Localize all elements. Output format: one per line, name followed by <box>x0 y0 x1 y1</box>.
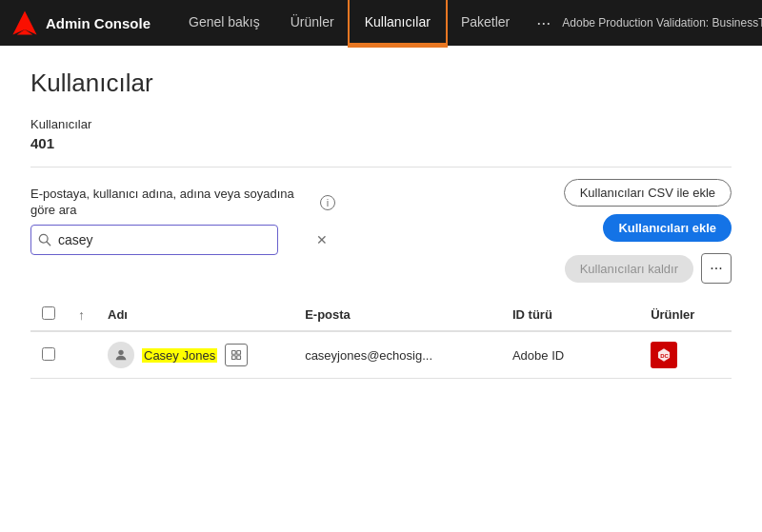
edit-user-icon[interactable] <box>225 344 248 366</box>
row-checkbox[interactable] <box>42 347 55 361</box>
row-sort-cell <box>67 331 96 379</box>
clear-icon[interactable]: ✕ <box>316 232 328 247</box>
svg-rect-9 <box>237 356 241 360</box>
svg-point-5 <box>118 350 123 355</box>
user-count-value: 401 <box>30 135 732 151</box>
user-name-highlight[interactable]: Casey Jones <box>142 348 217 363</box>
page-title: Kullanıcılar <box>30 69 732 98</box>
sort-icon: ↑ <box>78 307 85 323</box>
product-icon-acrobat[interactable]: DC <box>651 342 677 368</box>
divider <box>30 167 732 167</box>
more-actions-button[interactable]: ··· <box>701 253 732 284</box>
search-input-wrapper: ✕ <box>30 225 335 255</box>
row-id-type-cell: Adobe ID <box>501 331 639 379</box>
bottom-buttons: Kullanıcıları kaldır ··· <box>565 253 732 284</box>
action-bar: E-postaya, kullanıcı adına, adına veya s… <box>30 187 732 284</box>
table-header: ↑ Adı E-posta ID türü Ürünler <box>30 299 732 331</box>
sort-cell[interactable]: ↑ <box>67 299 96 331</box>
nav-brand: Admin Console <box>46 15 150 31</box>
remove-users-button: Kullanıcıları kaldır <box>565 255 693 283</box>
search-label: E-postaya, kullanıcı adına, adına veya s… <box>30 187 314 219</box>
select-all-checkbox[interactable] <box>42 306 55 320</box>
add-users-button[interactable]: Kullanıcıları ekle <box>603 214 732 242</box>
select-all-cell <box>30 299 67 331</box>
nav-item-products[interactable]: Ürünler <box>275 0 350 46</box>
nav-item-packages[interactable]: Paketler <box>446 0 525 46</box>
page-content: Kullanıcılar Kullanıcılar 401 E-postaya,… <box>0 46 762 532</box>
nav-item-users[interactable]: Kullanıcılar <box>350 0 446 46</box>
svg-text:DC: DC <box>660 353 669 359</box>
row-checkbox-cell <box>30 331 67 379</box>
col-header-email: E-posta <box>293 299 501 331</box>
table-row: Casey Jones caseyjones@echosig... Adobe <box>30 331 732 379</box>
col-header-products: Ürünler <box>639 299 732 331</box>
svg-rect-7 <box>237 351 241 355</box>
org-name: Adobe Production Validation: BusinessTra… <box>562 16 762 30</box>
svg-rect-6 <box>232 351 236 355</box>
col-header-name: Adı <box>96 299 293 331</box>
row-products-cell: DC <box>639 331 732 379</box>
search-label-row: E-postaya, kullanıcı adına, adına veya s… <box>30 187 335 219</box>
nav-items: Genel bakış Ürünler Kullanıcılar Paketle… <box>173 0 562 46</box>
buttons-section: Kullanıcıları CSV ile ekle Kullanıcıları… <box>564 179 732 284</box>
top-nav: Admin Console Genel bakış Ürünler Kullan… <box>0 0 762 46</box>
svg-line-4 <box>47 242 50 246</box>
csv-button[interactable]: Kullanıcıları CSV ile ekle <box>564 179 732 207</box>
name-row: Casey Jones <box>108 342 282 368</box>
nav-more-icon[interactable]: ··· <box>525 13 562 33</box>
search-section: E-postaya, kullanıcı adına, adına veya s… <box>30 187 335 255</box>
info-icon[interactable]: i <box>320 195 335 210</box>
table-body: Casey Jones caseyjones@echosig... Adobe <box>30 331 732 379</box>
svg-rect-8 <box>232 356 236 360</box>
users-table: ↑ Adı E-posta ID türü Ürünler <box>30 299 732 379</box>
row-name-cell: Casey Jones <box>96 331 293 379</box>
nav-item-overview[interactable]: Genel bakış <box>173 0 275 46</box>
adobe-logo <box>11 6 38 40</box>
row-email-cell: caseyjones@echosig... <box>293 331 501 379</box>
user-count-label: Kullanıcılar <box>30 117 732 131</box>
col-header-id-type: ID türü <box>501 299 639 331</box>
ellipsis-icon: ··· <box>710 260 722 277</box>
search-icon <box>38 233 51 246</box>
search-input[interactable] <box>30 225 278 255</box>
avatar <box>108 342 134 368</box>
